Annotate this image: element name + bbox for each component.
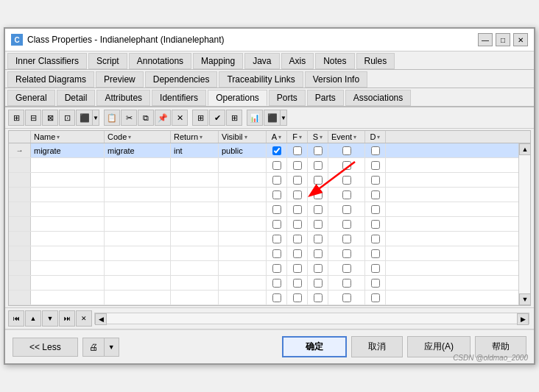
scroll-h-track[interactable] (107, 313, 517, 324)
cell-code-9[interactable] (105, 261, 171, 275)
cell-d-6[interactable] (365, 217, 386, 231)
cell-f-9[interactable] (287, 261, 308, 275)
cell-code-5[interactable] (105, 202, 171, 216)
col-header-code[interactable]: Code ▾ (105, 131, 171, 143)
cell-code-8[interactable] (105, 246, 171, 260)
checkbox-s-10[interactable] (314, 279, 323, 288)
cell-f-5[interactable] (287, 202, 308, 216)
checkbox-f-6[interactable] (293, 220, 302, 229)
cell-s-10[interactable] (308, 276, 328, 290)
col-header-visibility[interactable]: Visibil ▾ (219, 131, 267, 143)
tab-preview[interactable]: Preview (96, 71, 144, 88)
checkbox-a-7[interactable] (272, 235, 281, 243)
checkbox-d-2[interactable] (371, 161, 380, 170)
cell-visibility-9[interactable] (219, 261, 267, 275)
cell-d-3[interactable] (365, 173, 386, 187)
checkbox-s-9[interactable] (314, 264, 323, 273)
table-row[interactable] (9, 158, 530, 173)
maximize-button[interactable]: □ (496, 33, 510, 46)
checkbox-a-3[interactable] (272, 176, 281, 185)
toolbar-btn-cut[interactable]: ✂ (121, 110, 137, 126)
cell-code-1[interactable]: migrate (105, 143, 171, 157)
cell-d-11[interactable] (365, 291, 386, 304)
nav-last-button[interactable]: ⏭ (59, 310, 75, 327)
col-header-s[interactable]: S ▾ (308, 131, 328, 143)
cell-s-7[interactable] (308, 232, 328, 246)
tab-traceability-links[interactable]: Traceability Links (219, 71, 303, 88)
nav-prev-button[interactable]: ▲ (25, 310, 41, 327)
cell-visibility-4[interactable] (219, 188, 267, 202)
toolbar-btn-copy[interactable]: ⧉ (138, 110, 154, 126)
checkbox-a-8[interactable] (272, 249, 281, 258)
checkbox-s-8[interactable] (314, 249, 323, 258)
checkbox-f-10[interactable] (293, 279, 302, 288)
cell-visibility-6[interactable] (219, 217, 267, 231)
tab-parts[interactable]: Parts (307, 90, 344, 106)
checkbox-a-2[interactable] (272, 161, 281, 170)
toolbar-btn-5[interactable]: ⊞ (192, 110, 208, 126)
checkbox-d-4[interactable] (371, 190, 380, 199)
tab-associations[interactable]: Associations (345, 90, 411, 106)
cell-name-7[interactable] (31, 232, 105, 246)
less-button[interactable]: << Less (13, 338, 78, 357)
cell-visibility-10[interactable] (219, 276, 267, 290)
tab-identifiers[interactable]: Identifiers (152, 90, 206, 106)
cell-d-7[interactable] (365, 232, 386, 246)
cell-event-5[interactable] (328, 202, 365, 216)
tab-notes[interactable]: Notes (315, 53, 354, 69)
checkbox-f-2[interactable] (293, 161, 302, 170)
scroll-down-button[interactable]: ▼ (519, 293, 531, 305)
cell-f-11[interactable] (287, 291, 308, 304)
cell-name-8[interactable] (31, 246, 105, 260)
checkbox-d-10[interactable] (371, 279, 380, 288)
checkbox-s-7[interactable] (314, 235, 323, 243)
checkbox-s-3[interactable] (314, 176, 323, 185)
cell-a-9[interactable] (267, 261, 287, 275)
cell-d-1[interactable] (365, 143, 386, 157)
cell-event-2[interactable] (328, 158, 365, 172)
checkbox-f-4[interactable] (293, 190, 302, 199)
toolbar-btn-main-2[interactable]: ⬛ (264, 110, 280, 126)
checkbox-a-4[interactable] (272, 190, 281, 199)
checkbox-f-7[interactable] (293, 235, 302, 243)
cell-name-9[interactable] (31, 261, 105, 275)
cell-return-1[interactable]: int (171, 143, 219, 157)
checkbox-event-4[interactable] (342, 190, 351, 199)
checkbox-f-8[interactable] (293, 249, 302, 258)
tab-related-diagrams[interactable]: Related Diagrams (7, 71, 94, 88)
checkbox-d-3[interactable] (371, 176, 380, 185)
col-header-f[interactable]: F ▾ (287, 131, 308, 143)
table-row[interactable] (9, 173, 530, 188)
cell-visibility-7[interactable] (219, 232, 267, 246)
checkbox-s-4[interactable] (314, 190, 323, 199)
cell-a-10[interactable] (267, 276, 287, 290)
table-row[interactable] (9, 188, 530, 202)
cell-a-6[interactable] (267, 217, 287, 231)
cell-f-7[interactable] (287, 232, 308, 246)
checkbox-d-6[interactable] (371, 220, 380, 229)
cell-return-4[interactable] (171, 188, 219, 202)
minimize-button[interactable]: — (478, 33, 493, 46)
toolbar-btn-export[interactable]: 📊 (247, 110, 263, 126)
nav-remove-button[interactable]: ✕ (76, 310, 92, 327)
checkbox-d-1[interactable] (371, 146, 380, 155)
toolbar-btn-main-1[interactable]: ⬛ (76, 110, 92, 126)
cell-code-3[interactable] (105, 173, 171, 187)
cell-name-4[interactable] (31, 188, 105, 202)
cell-s-1[interactable] (308, 143, 328, 157)
cell-visibility-1[interactable]: public (219, 143, 267, 157)
table-row[interactable] (9, 291, 530, 305)
nav-next-button[interactable]: ▼ (42, 310, 58, 327)
cell-f-4[interactable] (287, 188, 308, 202)
checkbox-a-9[interactable] (272, 264, 281, 273)
cell-event-8[interactable] (328, 246, 365, 260)
cell-name-2[interactable] (31, 158, 105, 172)
toolbar-btn-arrow-2[interactable]: ▼ (280, 110, 287, 126)
cell-name-5[interactable] (31, 202, 105, 216)
cell-code-11[interactable] (105, 291, 171, 304)
tab-operations[interactable]: Operations (208, 90, 267, 106)
checkbox-event-9[interactable] (342, 264, 351, 273)
toolbar-btn-delete[interactable]: ✕ (172, 110, 188, 126)
cell-visibility-3[interactable] (219, 173, 267, 187)
col-header-return[interactable]: Return ▾ (171, 131, 219, 143)
